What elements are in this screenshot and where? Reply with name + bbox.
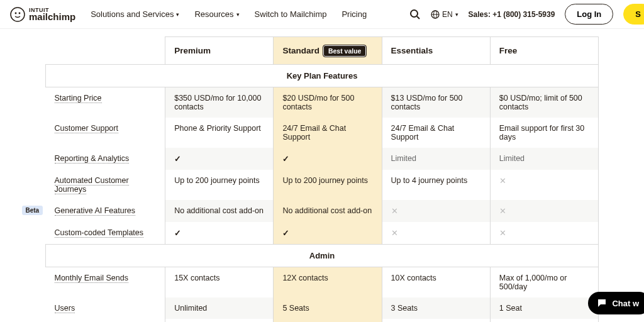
check-icon <box>174 229 181 238</box>
section-key-features: Key Plan Features <box>46 65 599 87</box>
chat-widget[interactable]: Chat w <box>588 292 644 314</box>
row-audiences: Audiences Unlimited 5 Audiences 3 Audien… <box>46 319 599 322</box>
nav-switch[interactable]: Switch to Mailchimp <box>255 9 327 19</box>
row-templates: Custom-coded Templates <box>46 222 599 245</box>
nav-solutions[interactable]: Solutions and Services▾ <box>91 9 179 19</box>
logo-mailchimp: mailchimp <box>29 13 75 21</box>
sales-phone[interactable]: Sales: +1 (800) 315-5939 <box>469 10 555 19</box>
feature-label[interactable]: Automated Customer Journeys <box>55 176 129 194</box>
x-icon <box>499 229 506 238</box>
x-icon <box>499 177 506 186</box>
plan-premium: Premium <box>165 37 274 65</box>
check-icon <box>174 155 181 164</box>
feature-label[interactable]: Monthly Email Sends <box>55 274 128 283</box>
feature-label[interactable]: Starting Price <box>55 94 102 103</box>
check-icon <box>282 229 289 238</box>
chevron-down-icon: ▾ <box>455 11 458 18</box>
plan-essentials: Essentials <box>382 37 490 65</box>
language-selector[interactable]: EN▾ <box>431 10 458 19</box>
nav-resources[interactable]: Resources▾ <box>194 9 239 19</box>
site-header: INTUIT mailchimp Solutions and Services▾… <box>0 0 644 29</box>
plan-free: Free <box>490 37 598 65</box>
plan-standard: StandardBest value <box>274 37 382 65</box>
feature-label[interactable]: Generative AI Features <box>55 206 136 216</box>
logo-wordmark: INTUIT mailchimp <box>29 8 75 21</box>
chevron-down-icon: ▾ <box>176 11 179 18</box>
main-nav: Solutions and Services▾ Resources▾ Switc… <box>91 9 367 19</box>
row-sends: Monthly Email Sends 15X contacts 12X con… <box>46 267 599 298</box>
svg-point-0 <box>11 8 25 21</box>
x-icon <box>391 207 398 216</box>
row-reporting: Reporting & Analytics Limited Limited <box>46 148 599 170</box>
feature-label[interactable]: Customer Support <box>55 124 118 133</box>
chat-icon <box>597 298 607 308</box>
logo[interactable]: INTUIT mailchimp <box>10 7 75 22</box>
freddie-icon <box>10 7 25 22</box>
row-users: Users Unlimited 5 Seats 3 Seats 1 Seat <box>46 297 599 319</box>
feature-label[interactable]: Custom-coded Templates <box>55 228 144 238</box>
x-icon <box>499 207 506 216</box>
feature-label[interactable]: Reporting & Analytics <box>55 154 130 164</box>
search-icon[interactable] <box>409 9 421 20</box>
svg-point-3 <box>411 10 418 17</box>
check-icon <box>282 155 289 164</box>
section-admin: Admin <box>46 245 599 267</box>
feature-label[interactable]: Users <box>55 304 75 313</box>
chevron-down-icon: ▾ <box>236 11 240 18</box>
row-starting-price: Starting Price $350 USD/mo for 10,000 co… <box>46 87 599 118</box>
signup-button[interactable]: S <box>623 4 644 25</box>
x-icon <box>391 229 398 238</box>
row-genai: BetaGenerative AI Features No additional… <box>46 200 599 222</box>
svg-point-1 <box>15 12 17 14</box>
svg-point-2 <box>19 12 21 14</box>
row-customer-support: Customer Support Phone & Priority Suppor… <box>46 118 599 148</box>
best-value-badge: Best value <box>323 45 367 57</box>
beta-badge: Beta <box>22 206 43 215</box>
pricing-table: Premium StandardBest value Essentials Fr… <box>0 29 644 322</box>
globe-icon <box>431 10 440 19</box>
nav-pricing[interactable]: Pricing <box>341 9 367 19</box>
plan-header-row: Premium StandardBest value Essentials Fr… <box>46 37 599 65</box>
row-journeys: Automated Customer Journeys Up to 200 jo… <box>46 170 599 200</box>
svg-line-4 <box>417 16 419 19</box>
login-button[interactable]: Log In <box>565 4 613 25</box>
header-right: EN▾ Sales: +1 (800) 315-5939 Log In S <box>409 4 634 25</box>
